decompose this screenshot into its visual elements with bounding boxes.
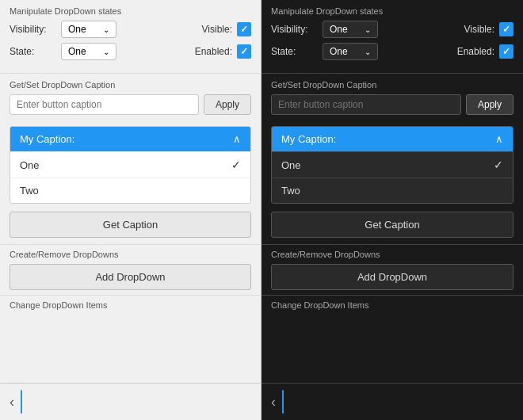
chevron-up-icon-dark: ∧ (495, 133, 503, 145)
state-label-light: State: (10, 46, 61, 57)
dropdown-header-label-light: My Caption: (20, 133, 74, 145)
visibility-dropdown-light[interactable]: One ⌄ (61, 21, 116, 38)
back-button-dark[interactable]: ‹ (271, 394, 276, 410)
get-caption-button-light[interactable]: Get Caption (10, 212, 251, 238)
divider-3-light (0, 295, 261, 296)
chevron-down-icon-dark-2: ⌄ (365, 48, 371, 56)
state-row-dark: State: One ⌄ Enabled: (271, 43, 513, 60)
checkmark-icon-light-0: ✓ (231, 158, 241, 171)
manipulate-title-dark: Manipulate DropDown states (271, 6, 513, 16)
visibility-label-dark: Visibility: (271, 24, 323, 35)
dropdown-item-label-dark-0: One (281, 159, 301, 171)
divider-1-light (0, 73, 261, 74)
visibility-value-light: One (68, 24, 86, 35)
caption-input-row-dark: Apply (271, 94, 513, 115)
caption-section-dark: Get/Set DropDown Caption Apply (262, 75, 523, 121)
create-title-dark: Create/Remove DropDowns (271, 250, 513, 259)
apply-button-dark[interactable]: Apply (466, 94, 513, 115)
add-dropdown-button-dark[interactable]: Add DropDown (271, 264, 513, 290)
visible-label-dark: Visible: (464, 24, 494, 35)
enabled-control-light: Enabled: (195, 44, 251, 59)
divider-1-dark (262, 73, 523, 74)
add-dropdown-button-light[interactable]: Add DropDown (10, 264, 251, 290)
divider-2-dark (262, 244, 523, 245)
visibility-label-light: Visibility: (10, 24, 61, 35)
create-title-light: Create/Remove DropDowns (10, 250, 251, 259)
chevron-down-icon-2: ⌄ (103, 48, 109, 56)
manipulate-section-light: Manipulate DropDown states Visibility: O… (0, 0, 261, 71)
caption-title-light: Get/Set DropDown Caption (10, 80, 251, 90)
visible-checkbox-dark[interactable] (499, 22, 513, 36)
dropdown-component-dark: My Caption: ∧ One ✓ Two (271, 126, 513, 204)
state-label-dark: State: (271, 46, 323, 57)
bottom-bar-dark: ‹ (262, 383, 523, 420)
divider-2-light (0, 244, 261, 245)
caption-title-dark: Get/Set DropDown Caption (271, 80, 513, 90)
back-button-light[interactable]: ‹ (10, 394, 14, 410)
dropdown-header-label-dark: My Caption: (281, 133, 336, 145)
blue-line-dark (282, 390, 284, 414)
state-value-light: One (68, 46, 86, 57)
dark-panel: Manipulate DropDown states Visibility: O… (262, 0, 523, 420)
dropdown-item-two-dark[interactable]: Two (272, 178, 513, 203)
visibility-row-dark: Visibility: One ⌄ Visible: (271, 21, 513, 38)
bottom-bar-light: ‹ (0, 383, 261, 420)
light-panel: Manipulate DropDown states Visibility: O… (0, 0, 262, 420)
dropdown-item-label-light-1: Two (20, 185, 39, 197)
chevron-down-icon: ⌄ (103, 25, 109, 34)
change-title-light: Change DropDown Items (10, 300, 251, 310)
dropdown-header-dark[interactable]: My Caption: ∧ (272, 127, 513, 151)
dropdown-component-light: My Caption: ∧ One ✓ Two (10, 126, 251, 204)
enabled-control-dark: Enabled: (457, 44, 513, 59)
divider-3-dark (262, 295, 523, 296)
enabled-checkbox-light[interactable] (237, 44, 251, 59)
dropdown-item-label-dark-1: Two (281, 185, 300, 197)
dropdown-header-light[interactable]: My Caption: ∧ (10, 127, 250, 151)
create-section-light: Create/Remove DropDowns Add DropDown (0, 246, 261, 293)
visibility-value-dark: One (330, 24, 348, 35)
manipulate-title-light: Manipulate DropDown states (10, 6, 251, 16)
manipulate-section-dark: Manipulate DropDown states Visibility: O… (262, 0, 523, 71)
enabled-label-dark: Enabled: (457, 46, 494, 57)
visibility-row-light: Visibility: One ⌄ Visible: (10, 21, 251, 38)
state-value-dark: One (330, 46, 348, 57)
get-caption-button-dark[interactable]: Get Caption (271, 212, 513, 238)
visible-label-light: Visible: (202, 24, 232, 35)
visible-control-light: Visible: (202, 22, 251, 36)
visible-checkbox-light[interactable] (237, 22, 251, 36)
state-row-light: State: One ⌄ Enabled: (10, 43, 251, 60)
change-section-light: Change DropDown Items (0, 297, 261, 318)
create-section-dark: Create/Remove DropDowns Add DropDown (262, 246, 523, 293)
apply-button-light[interactable]: Apply (204, 94, 251, 115)
change-section-dark: Change DropDown Items (262, 297, 523, 318)
blue-line-light (21, 390, 22, 414)
checkmark-icon-dark-0: ✓ (494, 158, 503, 171)
dropdown-item-one-light[interactable]: One ✓ (10, 151, 250, 178)
caption-input-light[interactable] (10, 94, 199, 115)
visible-control-dark: Visible: (464, 22, 513, 36)
change-title-dark: Change DropDown Items (271, 300, 513, 310)
visibility-dropdown-dark[interactable]: One ⌄ (323, 21, 378, 38)
enabled-label-light: Enabled: (195, 46, 232, 57)
caption-input-dark[interactable] (271, 94, 461, 115)
caption-input-row-light: Apply (10, 94, 251, 115)
caption-section-light: Get/Set DropDown Caption Apply (0, 75, 261, 121)
dropdown-item-label-light-0: One (20, 159, 40, 171)
dropdown-item-one-dark[interactable]: One ✓ (272, 151, 513, 178)
state-dropdown-dark[interactable]: One ⌄ (323, 43, 378, 60)
chevron-down-icon-dark-1: ⌄ (365, 25, 371, 34)
state-dropdown-light[interactable]: One ⌄ (61, 43, 116, 60)
dropdown-item-two-light[interactable]: Two (10, 178, 250, 203)
chevron-up-icon: ∧ (233, 133, 241, 145)
enabled-checkbox-dark[interactable] (499, 44, 513, 59)
